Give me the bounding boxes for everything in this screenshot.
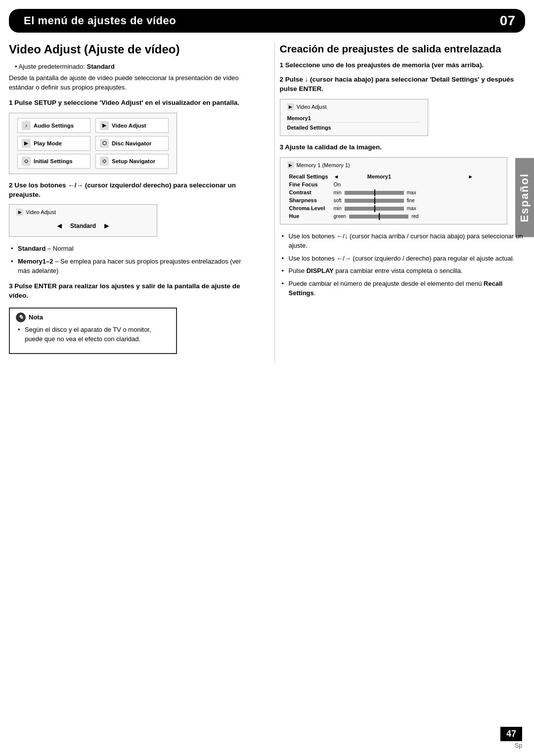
memory-row-recall: Recall Settings ◄ Memory1 ► [287,173,500,180]
memory-row-hue: Hue green red [287,212,500,220]
left-column: Video Adjust (Ajuste de vídeo) Ajuste pr… [9,43,260,361]
menu-item-audio: ♪ Audio Settings [17,118,90,133]
memory-box: ▶ Memory 1 (Memory 1) Recall Settings ◄ … [280,157,507,224]
detail-va-icon: ▶ [287,103,294,110]
chroma-min: min [334,206,342,211]
side-tab: Español [515,158,534,237]
menu-item-initial-label: Initial Settings [34,158,73,164]
right-step3-heading: 3 Ajuste la calidad de la imagen. [280,143,526,152]
bullet-intro: Ajuste predeterminado: Standard [9,63,255,70]
footer-page-number: 47 [500,727,522,741]
chroma-bar [345,207,404,211]
hue-slider: green red [332,212,500,220]
detail-detailed-label: Detailed Settings [287,125,331,131]
bullet-list-left: Standard – Normal Memory1–2 – Se emplea … [9,244,255,276]
detail-memory1-label: Memory1 [287,115,311,121]
memory-row-finefocus: Fine Focus On [287,180,500,188]
initial-settings-icon: ◇ [22,157,31,166]
detail-row-memory1: Memory1 [287,114,421,123]
right-section-title: Creación de preajustes de salida entrela… [280,43,526,55]
menu-item-setup-label: Setup Navigator [112,158,155,164]
right-bullet-list: Use los botones ←/↓ (cursor hacia arriba… [280,231,526,298]
chroma-max: max [407,206,416,211]
recall-label: Recall Settings [287,173,332,180]
sharpness-bar [345,199,404,203]
intro-text: Desde la pantalla de ajuste de vídeo pue… [9,73,255,92]
va-box: ▶ Video Adjust ◄ Standard ► [9,204,157,237]
menu-item-video-label: Video Adjust [112,123,146,129]
right-step2: 2 Pulse ↓ (cursor hacia abajo) para sele… [280,75,526,94]
header-bar: El menú de ajustes de vídeo 07 [9,9,525,33]
header-chapter: 07 [500,13,515,29]
bullet-standard: Standard – Normal [11,244,255,254]
hue-min: green [334,214,347,219]
sharpness-max: fine [407,198,415,203]
footer: 47 Sp [500,727,522,749]
detail-box-title: ▶ Video Adjust [287,103,421,110]
step1-heading: 1 Pulse SETUP y seleccione 'Video Adjust… [9,98,255,108]
menu-item-audio-label: Audio Settings [34,123,74,129]
recall-arrow-left: ◄ [332,173,365,180]
detail-box: ▶ Video Adjust Memory1 Detailed Settings [280,99,428,136]
memory-box-icon: ▶ [287,162,294,169]
main-content: Video Adjust (Ajuste de vídeo) Ajuste pr… [0,33,534,371]
finefocus-label: Fine Focus [287,180,332,188]
memory-box-title: ▶ Memory 1 (Memory 1) [287,162,500,169]
hue-max: red [411,214,418,219]
right-bullet-3: Pulse DISPLAY para cambiar entre vista c… [282,266,526,276]
arrow-left-icon: ◄ [55,222,63,230]
memory-box-title-text: Memory 1 (Memory 1) [297,162,350,168]
header-title: El menú de ajustes de vídeo [24,14,176,27]
detail-rows: Memory1 Detailed Settings [287,114,421,132]
detail-row-detailed: Detailed Settings [287,124,421,132]
bullet-memory: Memory1–2 – Se emplea para hacer sus pro… [11,257,255,276]
va-icon: ▶ [16,209,23,216]
memory-table: Recall Settings ◄ Memory1 ► Fine Focus O… [287,173,500,220]
sharpness-label: Sharpness [287,196,332,204]
right-column: Creación de preajustes de salida entrela… [274,43,526,361]
menu-item-video: ▶ Video Adjust [95,118,169,133]
bold-recall: Recall Settings [289,280,503,297]
menu-item-disc-label: Disc Navigator [112,140,152,146]
step3-heading: 3 Pulse ENTER para realizar los ajustes … [9,282,255,301]
chroma-label: Chroma Level [287,204,332,212]
contrast-bar [345,191,404,195]
play-mode-icon: ▶ [22,139,31,148]
menu-item-initial: ◇ Initial Settings [17,154,90,169]
left-section-title: Video Adjust (Ajuste de vídeo) [9,43,255,57]
menu-item-setup: ◇ Setup Navigator [95,154,169,169]
recall-arrow-right: ► [466,173,499,180]
contrast-min: min [334,190,342,195]
chroma-slider: min max [332,204,500,212]
hue-bar [349,215,408,219]
right-bullet-4: Puede cambiar el número de preajuste des… [282,279,526,298]
finefocus-value: On [332,180,500,188]
va-row: ◄ Standard ► [16,220,150,232]
right-bullet-1: Use los botones ←/↓ (cursor hacia arriba… [282,231,526,251]
note-box: ✎ Nota Según el disco y el aparato de TV… [9,308,177,354]
bold-standard: Standard [87,63,114,70]
menu-item-disc: ⬡ Disc Navigator [95,136,169,151]
detail-va-title-text: Video Adjust [297,104,327,110]
note-text: Según el disco y el aparato de TV o moni… [18,325,170,344]
contrast-label: Contrast [287,188,332,196]
menu-item-playmode: ▶ Play Mode [17,136,90,151]
va-value: Standard [70,222,96,229]
memory-row-contrast: Contrast min max [287,188,500,196]
va-box-title: ▶ Video Adjust [16,209,150,216]
recall-value: Memory1 [365,173,466,180]
va-title-text: Video Adjust [26,209,56,215]
memory-row-chroma: Chroma Level min max [287,204,500,212]
audio-settings-icon: ♪ [22,121,31,130]
note-bullet-list: Según el disco y el aparato de TV o moni… [16,325,170,344]
menu-grid: ♪ Audio Settings ▶ Video Adjust ▶ Play M… [17,118,169,169]
note-title-text: Nota [29,313,43,321]
sharpness-slider: soft fine [332,196,500,204]
setup-navigator-icon: ◇ [100,157,109,166]
video-adjust-icon: ▶ [100,121,109,130]
menu-screenshot-box: ♪ Audio Settings ▶ Video Adjust ▶ Play M… [9,113,177,174]
contrast-slider: min max [332,188,500,196]
bold-display: DISPLAY [307,267,334,274]
contrast-max: max [407,190,416,195]
right-bullet-2: Use los botones ←/→ (cursor izquierdo / … [282,254,526,264]
